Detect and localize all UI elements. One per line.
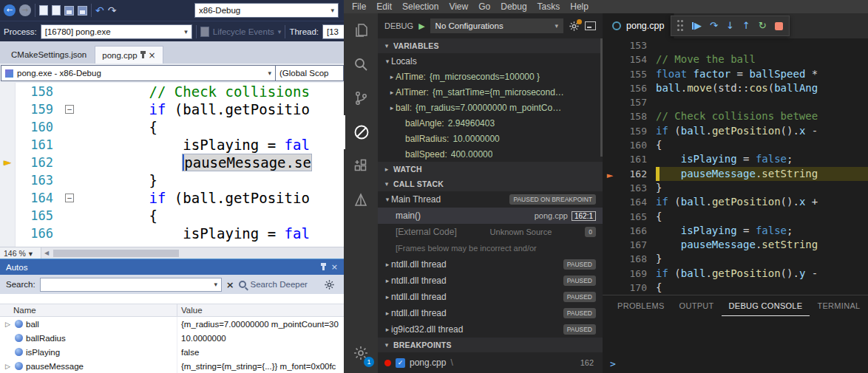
zoom-dropdown[interactable]: 146 % ▾ <box>0 247 41 259</box>
chevron-right-icon[interactable]: ▸ <box>384 309 391 317</box>
tab-pong-cpp[interactable]: pong.cpp × <box>95 46 163 64</box>
code-line[interactable]: 165{ <box>603 210 868 224</box>
code-line-current[interactable]: ► 162 pauseMessage.se <box>0 154 344 171</box>
chevron-right-icon[interactable]: ▸ <box>384 326 391 333</box>
activity-extensions[interactable] <box>344 149 378 183</box>
variables-section-header[interactable]: ▾ VARIABLES <box>378 38 603 53</box>
variable-row[interactable]: ▸ AITimer: {m_startTime={m_microsecond… <box>378 84 603 100</box>
pin-icon[interactable] <box>142 52 144 58</box>
code-line[interactable]: 161 isPlaying = false; <box>603 152 868 166</box>
close-icon[interactable]: × <box>149 51 156 60</box>
autos-row[interactable]: isPlaying false <box>0 345 344 359</box>
autos-row[interactable]: ballRadius 10.0000000 <box>0 331 344 345</box>
tab-debug-console[interactable]: DEBUG CONSOLE <box>722 295 810 316</box>
code-line[interactable]: 163 } <box>0 171 344 189</box>
menu-go[interactable]: Go <box>473 0 495 13</box>
code-line[interactable]: 160{ <box>603 138 868 152</box>
expand-icon[interactable]: ▷ <box>4 321 12 328</box>
code-line[interactable]: 167 pauseMessage.setString <box>603 238 868 252</box>
autos-row[interactable]: ▷ pauseMessage {m_string={m_string={...}… <box>0 359 344 373</box>
fold-toggle-icon[interactable]: − <box>65 105 74 114</box>
gutter[interactable] <box>603 238 617 252</box>
code-line[interactable]: 160 { <box>0 118 344 136</box>
breakpoints-section-header[interactable]: ▾ BREAKPOINTS <box>378 338 603 352</box>
code-line[interactable]: 156ball.move(std::cos(ballAng <box>603 81 868 95</box>
variable-row[interactable]: ▸ ball: {m_radius=7.00000000 m_pointCo… <box>378 100 603 115</box>
gutter[interactable] <box>603 109 617 123</box>
gutter[interactable] <box>603 281 617 295</box>
code-line[interactable]: 158// Check collisions betwee <box>603 109 868 123</box>
gutter[interactable] <box>603 252 617 266</box>
gutter[interactable] <box>603 181 617 195</box>
gutter[interactable] <box>603 152 617 166</box>
activity-source-control[interactable] <box>344 81 378 115</box>
column-header-name[interactable]: Name <box>0 304 177 316</box>
variables-group[interactable]: ▾ Locals <box>378 53 603 69</box>
code-line[interactable]: 157 <box>603 95 868 109</box>
callstack-external-row[interactable]: [External Code] Unknown Source 0 <box>378 224 603 240</box>
activity-debug[interactable] <box>344 115 378 149</box>
search-deeper-icon[interactable] <box>239 281 246 288</box>
code-line[interactable]: 159if (ball.getPosition().x - <box>603 124 868 138</box>
code-line[interactable]: 163} <box>603 181 868 195</box>
code-line[interactable]: 153 <box>603 38 868 52</box>
editor-tab-pong-cpp[interactable]: pong.cpp <box>603 13 674 38</box>
gutter[interactable] <box>603 38 617 52</box>
search-deeper-button[interactable]: Search Deeper <box>251 280 308 289</box>
gutter[interactable] <box>603 95 617 109</box>
menu-view[interactable]: View <box>444 0 473 13</box>
gutter[interactable] <box>603 195 617 209</box>
code-line[interactable]: 166 isPlaying = false; <box>603 224 868 238</box>
thread-dropdown[interactable]: [13 <box>322 24 344 39</box>
pin-icon[interactable] <box>322 264 325 270</box>
breakpoint-row[interactable]: ✓ pong.cpp \ 162 <box>378 352 603 373</box>
code-line[interactable]: 164if (ball.getPosition().x + <box>603 195 868 209</box>
code-line[interactable]: 159 − if (ball.getPositio <box>0 100 344 118</box>
tab-output[interactable]: OUTPUT <box>672 295 722 316</box>
clear-search-icon[interactable]: × <box>226 279 234 290</box>
project-scope-dropdown[interactable]: pong.exe - x86-Debug ▾ <box>1 65 276 81</box>
code-line[interactable]: 168} <box>603 252 868 266</box>
code-line[interactable]: 165 { <box>0 207 344 225</box>
code-line[interactable]: 164 − if (ball.getPositio <box>0 189 344 207</box>
vscode-code-editor[interactable]: 153 154// Move the ball 155float factor … <box>603 38 868 295</box>
code-line[interactable]: 158 // Check collisions <box>0 83 344 100</box>
breakpoint-current-icon[interactable]: ► <box>607 171 613 180</box>
column-header-value[interactable]: Value <box>177 304 203 316</box>
chevron-right-icon[interactable]: ▸ <box>384 261 391 268</box>
breakpoint-margin[interactable]: ► <box>0 154 15 171</box>
open-file-icon[interactable] <box>52 5 61 16</box>
menu-debug[interactable]: Debug <box>495 0 532 13</box>
callstack-thread-row[interactable]: ▸ ntdll.dll thread PAUSED <box>378 305 603 321</box>
gutter[interactable] <box>603 124 617 138</box>
callstack-thread-row[interactable]: ▸ ntdll.dll thread PAUSED <box>378 289 603 305</box>
open-console-icon[interactable] <box>585 21 596 30</box>
gutter[interactable] <box>603 81 617 95</box>
undo-icon[interactable]: ↶ <box>95 4 104 16</box>
fold-toggle-icon[interactable]: − <box>65 194 74 202</box>
code-line[interactable]: 154// Move the ball <box>603 52 868 66</box>
chevron-right-icon[interactable]: ▸ <box>388 89 396 96</box>
process-dropdown[interactable]: [16780] pong.exe ▾ <box>41 24 192 39</box>
console-prompt-chevron[interactable]: > <box>610 358 616 369</box>
code-line[interactable]: 166 isPlaying = fal <box>0 225 344 242</box>
redo-icon[interactable]: ↷ <box>108 4 117 16</box>
configure-gear-icon[interactable] <box>569 21 580 32</box>
menu-selection[interactable]: Selection <box>397 0 444 13</box>
autos-row[interactable]: ▷ ball {m_radius=7.00000000 m_pointCount… <box>0 317 344 331</box>
autos-settings-gear-icon[interactable] <box>324 279 335 290</box>
activity-explorer[interactable] <box>344 13 378 47</box>
callstack-thread-row[interactable]: ▸ ntdll.dll thread PAUSED <box>378 273 603 289</box>
start-debug-icon[interactable]: ▶ <box>418 21 424 31</box>
activity-search[interactable] <box>344 47 378 81</box>
variable-row[interactable]: ▸ AITime: {m_microseconds=100000 } <box>378 69 603 84</box>
code-line[interactable]: 161 isPlaying = fal <box>0 136 344 154</box>
breakpoint-checkbox[interactable]: ✓ <box>396 358 405 368</box>
code-line[interactable]: 155float factor = ballSpeed * <box>603 67 868 81</box>
navigate-back-icon[interactable]: ← <box>4 4 16 16</box>
gutter[interactable]: ► <box>603 167 617 181</box>
step-into-button[interactable]: ↓ <box>726 16 734 36</box>
global-scope-dropdown[interactable]: (Global Scop <box>276 65 344 81</box>
variable-row[interactable]: ballAngle: 2.94960403 <box>378 115 603 131</box>
scroll-left-icon[interactable]: ◀ <box>41 250 52 256</box>
